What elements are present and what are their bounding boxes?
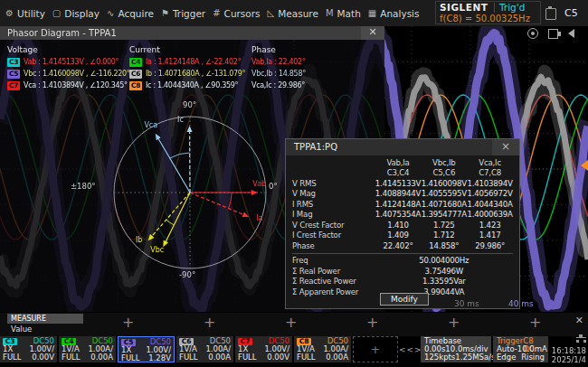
add-measurement-icon[interactable]: + bbox=[122, 314, 134, 331]
menu-item-trigger[interactable]: ⚑Trigger bbox=[157, 0, 209, 26]
menu-item-math[interactable]: MMath bbox=[322, 0, 365, 26]
table-row: V Crest Factor1.4101.7251.423 bbox=[292, 220, 513, 231]
channel-box-c7[interactable]: C7DC501X1.00V/FULL0.00V bbox=[235, 336, 292, 362]
menu-item-analysis[interactable]: ▦Analysis bbox=[365, 0, 423, 26]
channel-bandwidth: FULL bbox=[121, 354, 140, 362]
table-row: Σ Real Power3.75496W bbox=[292, 266, 513, 277]
pq-value-cell: 1.3954777A bbox=[421, 210, 467, 219]
grid-toolbar bbox=[517, 28, 574, 39]
pq-value-cell: 1.712 bbox=[421, 231, 467, 240]
active-channel-label[interactable]: C5 bbox=[564, 7, 578, 19]
frame-icon[interactable] bbox=[548, 29, 558, 39]
menu-item-label: Acquire bbox=[118, 8, 154, 19]
menu-item-measure[interactable]: ◺Measure bbox=[264, 0, 322, 26]
menu-item-cursors[interactable]: #Cursors bbox=[209, 0, 263, 26]
clock-time: 16:18:18 bbox=[549, 346, 586, 355]
channel-offset: 1.28V bbox=[148, 354, 171, 362]
menu-item-display[interactable]: ▢Display bbox=[49, 0, 103, 26]
pq-column-header: Vbc,Ib bbox=[421, 158, 467, 167]
table-row: Phase22.402°14.858°29.986° bbox=[292, 240, 513, 251]
channel-box-row: FULL0.00V bbox=[238, 353, 289, 362]
table-row: C3,C4C5,C6C7,C8 bbox=[292, 168, 513, 179]
table-row: I Crest Factor1.4091.7121.417 bbox=[292, 231, 513, 241]
add-measurement-icon[interactable]: + bbox=[529, 314, 541, 331]
pq-value-cell: 1.4103894V bbox=[467, 179, 513, 188]
pq-row-label: Phase bbox=[292, 241, 375, 250]
channel-box-c3[interactable]: C3DC501X1.00V/FULL0.00V bbox=[0, 336, 57, 362]
ruler-icon: ◺ bbox=[268, 8, 275, 18]
channel-box-row: FULL0.00A bbox=[179, 353, 231, 362]
pq-value-cell: 1.4000639A bbox=[467, 210, 513, 219]
pq-value-cell: 14.858° bbox=[421, 241, 467, 250]
pq-summary-value: 3.75496W bbox=[375, 267, 513, 276]
channel-bandwidth: FULL bbox=[179, 353, 198, 362]
pq-dialog: TPPA1:PQ × Vab,IaVbc,IbVca,IcC3,C4C5,C6C… bbox=[285, 138, 520, 309]
svg-text:Vab: Vab bbox=[252, 180, 266, 188]
gear-icon: ⚙ bbox=[5, 8, 14, 18]
channel-offset: 0.00V bbox=[32, 353, 54, 362]
measure-tab[interactable]: MEASURE bbox=[7, 314, 83, 324]
pq-value-cell: 1.4044340A bbox=[467, 200, 513, 209]
add-measurement-icon[interactable]: + bbox=[366, 314, 378, 331]
table-row: V RMS1.4145133V1.4160098V1.4103894V bbox=[292, 178, 513, 189]
pq-summary-value: 50.004000Hz bbox=[375, 256, 513, 265]
brand-divider bbox=[494, 3, 495, 13]
pq-summary-label: Σ Real Power bbox=[292, 267, 375, 276]
channel-bandwidth: FULL bbox=[238, 353, 257, 362]
time-axis-label: 40 ms bbox=[508, 299, 534, 308]
trigger-slope: Rising bbox=[521, 353, 545, 362]
measure-value-label: Value bbox=[11, 325, 32, 334]
pq-value-cell: 1.4088944V bbox=[375, 189, 422, 198]
menu-item-label: Utility bbox=[17, 8, 45, 19]
channel-bandwidth: FULL bbox=[297, 353, 316, 362]
datetime-box: 16:18:18 2025/1/4 bbox=[549, 337, 586, 364]
trigger-level-marker[interactable] bbox=[581, 160, 588, 171]
channel-box-c5[interactable]: C5DC501X1.00V/FULL1.28V bbox=[118, 336, 175, 362]
menu-item-acquire[interactable]: ∿Acquire bbox=[103, 0, 157, 26]
channel-box-c8[interactable]: C8DC501V/A1.00A/FULL0.00A bbox=[294, 336, 351, 362]
menu-item-label: Cursors bbox=[224, 8, 261, 19]
svg-text:Vca: Vca bbox=[144, 121, 157, 129]
table-row: V Mag1.4088944V1.4055595V1.4056972V bbox=[292, 189, 513, 200]
modify-button[interactable]: Modify bbox=[380, 293, 429, 306]
pq-value-cell: 22.402° bbox=[375, 241, 422, 250]
speaker-icon[interactable] bbox=[568, 29, 574, 38]
pq-value-cell: 1.4075354A bbox=[375, 210, 422, 219]
axis-label-90: 90° bbox=[183, 100, 196, 109]
pq-value-cell: 1.417 bbox=[467, 231, 513, 240]
add-channel-box[interactable]: + bbox=[353, 336, 398, 362]
pq-dialog-close-icon[interactable]: × bbox=[492, 139, 519, 155]
timebase-box[interactable]: Timebase 0.00s10.0ms/div 125kpts1.25MSa/… bbox=[421, 336, 491, 362]
pq-summary-value: 1.33595Var bbox=[375, 277, 513, 286]
brand-logo: SIGLENT bbox=[440, 2, 488, 13]
svg-text:Vbc: Vbc bbox=[150, 246, 164, 254]
channel-box-c4[interactable]: C4DC501V/A1.00A/FULL0.00A bbox=[59, 336, 116, 362]
measure-close-icon[interactable]: ✕ bbox=[575, 315, 583, 326]
channel-box-c6[interactable]: C6DC501V/A1.00A/FULL0.00A bbox=[176, 336, 233, 362]
add-measurement-icon[interactable]: + bbox=[448, 314, 460, 331]
add-measurement-icon[interactable]: + bbox=[204, 314, 215, 331]
flag-icon: ⚑ bbox=[161, 8, 169, 18]
pq-value-cell: 1.4160098V bbox=[421, 179, 467, 188]
menu-item-utility[interactable]: ⚙Utility bbox=[2, 0, 49, 26]
pq-value-cell: 1.409 bbox=[375, 231, 422, 240]
pq-row-label: I Mag bbox=[292, 210, 375, 219]
pq-value-cell: 1.725 bbox=[421, 221, 467, 230]
menu-item-label: Analysis bbox=[380, 8, 419, 19]
pq-value-cell: 1.4124148A bbox=[375, 200, 422, 209]
network-icon bbox=[576, 337, 586, 343]
pq-row-label: I RMS bbox=[292, 200, 375, 209]
record-icon[interactable] bbox=[527, 28, 538, 39]
axis-label-0: 0° bbox=[269, 182, 278, 191]
table-row: I RMS1.4124148A1.4071680A1.4044340A bbox=[292, 199, 513, 210]
pq-dialog-titlebar[interactable]: TPPA1:PQ × bbox=[286, 139, 519, 155]
channel-offset: 0.00A bbox=[326, 353, 348, 362]
channel-box-row: FULL1.28V bbox=[121, 354, 171, 362]
pq-column-header: Vab,Ia bbox=[375, 158, 422, 167]
add-measurement-icon[interactable]: + bbox=[285, 314, 297, 331]
wave-icon: ∿ bbox=[107, 8, 114, 18]
trigger-box[interactable]: TriggerC8 DC Auto-10.0mA EdgeRising bbox=[493, 336, 548, 362]
svg-text:Ia: Ia bbox=[256, 214, 262, 222]
channel-bandwidth: FULL bbox=[3, 353, 22, 362]
frequency-readout: f(C8) = 50.00325Hz bbox=[440, 14, 530, 24]
